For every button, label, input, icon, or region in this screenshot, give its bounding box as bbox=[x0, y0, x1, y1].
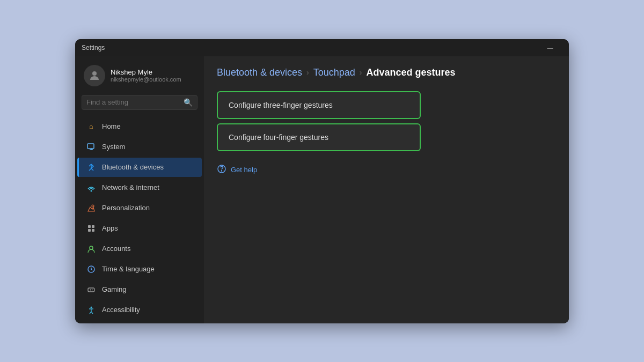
sidebar-item-bluetooth[interactable]: Bluetooth & devices bbox=[77, 158, 202, 177]
svg-point-0 bbox=[92, 71, 97, 76]
sidebar-item-accounts[interactable]: Accounts bbox=[77, 239, 202, 258]
get-help-text[interactable]: Get help bbox=[231, 166, 257, 174]
svg-point-11 bbox=[92, 289, 93, 290]
titlebar-controls: — bbox=[538, 39, 562, 56]
help-icon bbox=[217, 164, 226, 176]
breadcrumb-advanced-gestures: Advanced gestures bbox=[367, 67, 456, 78]
svg-rect-4 bbox=[88, 225, 91, 228]
content-area: Nikshep Myle nikshepmyle@outlook.com 🔍 ⌂… bbox=[75, 56, 569, 323]
minimize-button[interactable]: — bbox=[538, 39, 562, 56]
sidebar-item-time-label: Time & language bbox=[102, 265, 155, 273]
settings-window: Settings — Nikshep Myle nikshepmyle@outl… bbox=[75, 39, 569, 323]
system-icon bbox=[86, 142, 97, 152]
apps-icon bbox=[86, 223, 97, 234]
breadcrumb: Bluetooth & devices › Touchpad › Advance… bbox=[217, 67, 556, 78]
get-help[interactable]: Get help bbox=[217, 164, 556, 176]
four-finger-label: Configure four-finger gestures bbox=[229, 133, 328, 142]
home-icon: ⌂ bbox=[86, 121, 97, 132]
sidebar-item-personalization[interactable]: Personalization bbox=[77, 198, 202, 218]
main-content: Bluetooth & devices › Touchpad › Advance… bbox=[204, 56, 569, 323]
svg-rect-6 bbox=[88, 229, 91, 232]
breadcrumb-sep-2: › bbox=[360, 68, 362, 77]
personalization-icon bbox=[86, 203, 97, 213]
accessibility-icon bbox=[86, 305, 97, 315]
titlebar: Settings — bbox=[75, 39, 569, 56]
three-finger-label: Configure three-finger gestures bbox=[229, 101, 333, 109]
accounts-icon bbox=[86, 243, 97, 254]
user-email: nikshepmyle@outlook.com bbox=[111, 76, 181, 83]
sidebar-item-home-label: Home bbox=[102, 122, 121, 130]
sidebar-item-system[interactable]: System bbox=[77, 137, 202, 157]
network-icon bbox=[86, 182, 97, 193]
sidebar-item-gaming[interactable]: Gaming bbox=[77, 280, 202, 299]
svg-rect-7 bbox=[92, 229, 94, 232]
sidebar-item-privacy[interactable]: Privacy & security bbox=[77, 321, 202, 323]
breadcrumb-touchpad[interactable]: Touchpad bbox=[313, 67, 355, 78]
sidebar-item-accessibility-label: Accessibility bbox=[102, 306, 140, 314]
sidebar-item-accounts-label: Accounts bbox=[102, 245, 130, 253]
sidebar: Nikshep Myle nikshepmyle@outlook.com 🔍 ⌂… bbox=[75, 56, 204, 323]
sidebar-item-apps[interactable]: Apps bbox=[77, 219, 202, 238]
svg-point-2 bbox=[91, 190, 92, 191]
search-input[interactable] bbox=[86, 98, 180, 106]
svg-rect-5 bbox=[92, 225, 94, 228]
sidebar-item-gaming-label: Gaming bbox=[102, 285, 127, 293]
sidebar-item-bluetooth-label: Bluetooth & devices bbox=[102, 163, 164, 171]
sidebar-item-accessibility[interactable]: Accessibility bbox=[77, 300, 202, 320]
search-icon: 🔍 bbox=[184, 98, 193, 107]
sidebar-item-home[interactable]: ⌂ Home bbox=[77, 117, 202, 136]
sidebar-item-personalization-label: Personalization bbox=[102, 204, 150, 212]
gaming-icon bbox=[86, 284, 97, 295]
sidebar-item-time[interactable]: Time & language bbox=[77, 260, 202, 279]
three-finger-card[interactable]: Configure three-finger gestures bbox=[217, 91, 421, 119]
svg-point-12 bbox=[91, 306, 92, 308]
sidebar-item-network-label: Network & internet bbox=[102, 183, 159, 191]
user-info: Nikshep Myle nikshepmyle@outlook.com bbox=[111, 68, 181, 83]
window-title: Settings bbox=[82, 44, 538, 51]
bluetooth-icon bbox=[86, 162, 97, 173]
time-icon bbox=[86, 264, 97, 275]
breadcrumb-bluetooth[interactable]: Bluetooth & devices bbox=[217, 67, 302, 78]
four-finger-card[interactable]: Configure four-finger gestures bbox=[217, 123, 421, 151]
avatar-icon bbox=[88, 69, 101, 82]
user-section[interactable]: Nikshep Myle nikshepmyle@outlook.com bbox=[75, 56, 204, 93]
breadcrumb-sep-1: › bbox=[306, 68, 309, 77]
avatar bbox=[84, 65, 105, 86]
svg-point-3 bbox=[92, 205, 94, 207]
svg-rect-1 bbox=[87, 144, 94, 149]
user-name: Nikshep Myle bbox=[111, 68, 181, 76]
sidebar-item-apps-label: Apps bbox=[102, 224, 118, 232]
svg-point-8 bbox=[90, 246, 93, 249]
sidebar-item-network[interactable]: Network & internet bbox=[77, 178, 202, 197]
search-box[interactable]: 🔍 bbox=[82, 95, 197, 110]
sidebar-item-system-label: System bbox=[102, 143, 125, 151]
